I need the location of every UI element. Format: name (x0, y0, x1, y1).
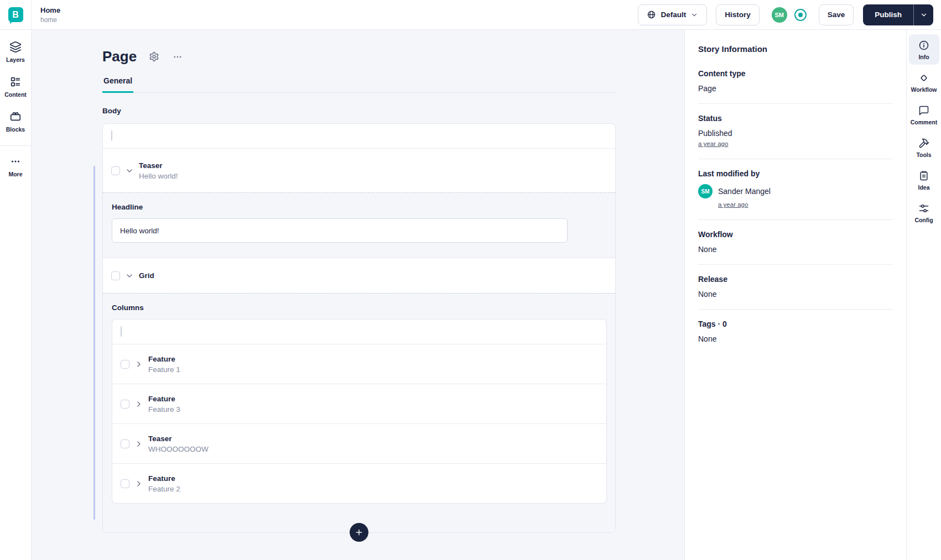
sidebar-item-content[interactable]: Content (4, 76, 27, 98)
status-label: Status (698, 114, 893, 123)
story-information-panel: Story Information Content type Page Stat… (684, 30, 906, 560)
row-checkbox[interactable] (111, 166, 120, 175)
modifier-avatar[interactable]: SM (698, 184, 713, 198)
panel-tab-tools[interactable]: Tools (909, 132, 939, 163)
chevron-right-icon (134, 400, 143, 409)
collapse-toggle[interactable] (125, 271, 134, 280)
editor-content: Page General Body (102, 30, 616, 533)
block-row-text: Feature Feature 3 (148, 387, 180, 421)
history-label: History (725, 11, 751, 19)
grid-expanded-section: Columns Feature Feature (103, 293, 615, 532)
block-row-text: Feature Feature 2 (148, 467, 180, 501)
sidebar-label-content: Content (4, 91, 27, 98)
logo-column: B (0, 0, 32, 29)
workflow-label: Workflow (698, 230, 893, 239)
logo-letter: B (12, 10, 19, 20)
language-selector[interactable]: Default (638, 4, 707, 25)
topbar: B Home home Default History SM (0, 0, 941, 30)
select-all-checkbox[interactable] (111, 130, 112, 141)
block-row-grid[interactable]: Grid (103, 258, 615, 293)
divider (698, 264, 893, 265)
collapse-toggle[interactable] (125, 166, 134, 175)
ellipsis-icon (173, 52, 183, 62)
row-checkbox[interactable] (121, 479, 129, 488)
block-row-feature-2[interactable]: Feature Feature 2 (112, 463, 606, 503)
block-subtitle: Hello world! (139, 172, 178, 180)
avatar-initials: SM (774, 12, 784, 18)
tools-icon (918, 138, 929, 149)
sidebar-divider (0, 145, 32, 146)
modifier-avatar-initials: SM (701, 189, 710, 195)
headline-input[interactable] (112, 218, 568, 243)
content-icon (9, 76, 22, 88)
language-label: Default (661, 11, 686, 19)
save-label: Save (828, 11, 845, 19)
chevron-right-icon (134, 360, 143, 369)
row-checkbox[interactable] (111, 271, 120, 280)
expand-toggle[interactable] (134, 400, 143, 409)
expand-toggle[interactable] (134, 479, 143, 488)
story-title: Home (40, 6, 60, 14)
card-header-row (112, 320, 606, 344)
user-avatar[interactable]: SM (772, 7, 787, 23)
divider (698, 159, 893, 159)
blocks-icon (9, 111, 22, 123)
layers-icon (9, 41, 22, 53)
block-row-teaser[interactable]: Teaser Hello world! (103, 148, 615, 192)
sidebar-label-more: More (8, 171, 22, 177)
row-checkbox[interactable] (121, 360, 129, 369)
row-checkbox[interactable] (121, 400, 129, 409)
sidebar-item-more[interactable]: More (8, 155, 22, 177)
block-title: Feature (148, 395, 180, 403)
divider (698, 309, 893, 310)
expand-toggle[interactable] (134, 439, 143, 448)
history-button[interactable]: History (716, 4, 760, 25)
panel-tab-label-tools: Tools (916, 151, 931, 158)
block-title: Grid (139, 271, 154, 280)
block-row-feature-1[interactable]: Feature Feature 1 (112, 344, 606, 384)
release-label: Release (698, 275, 893, 284)
content-type-label: Content type (698, 69, 893, 78)
comment-icon (918, 105, 929, 116)
sidebar-item-layers[interactable]: Layers (6, 41, 25, 63)
select-all-checkbox[interactable] (121, 326, 122, 337)
block-row-text: Teaser Hello world! (139, 154, 178, 188)
modified-time-link[interactable]: a year ago (718, 201, 748, 208)
info-icon (918, 40, 929, 51)
sidebar-label-blocks: Blocks (6, 126, 25, 133)
status-time-link[interactable]: a year ago (698, 140, 728, 147)
chevron-down-icon (125, 271, 134, 280)
publish-button[interactable]: Publish (863, 4, 913, 25)
target-icon[interactable] (794, 9, 807, 21)
save-button[interactable]: Save (819, 4, 854, 25)
block-subtitle: Feature 3 (148, 405, 180, 414)
tags-value: None (698, 334, 893, 343)
right-sidebar: Info Workflow Comment Tools (906, 30, 941, 560)
panel-tab-label-idea: Idea (918, 184, 929, 191)
panel-tab-comment[interactable]: Comment (909, 100, 939, 130)
add-block-button[interactable] (350, 523, 368, 542)
panel-tab-workflow[interactable]: Workflow (909, 67, 939, 97)
sidebar-item-blocks[interactable]: Blocks (6, 111, 25, 133)
storyblok-logo[interactable]: B (8, 7, 23, 22)
panel-tab-config[interactable]: Config (909, 197, 939, 228)
page-title-row: Page (102, 48, 616, 65)
expanded-block-indicator (93, 166, 95, 520)
plus-icon (355, 528, 363, 537)
tags-label: Tags · 0 (698, 320, 893, 328)
block-row-feature-3[interactable]: Feature Feature 3 (112, 384, 606, 423)
settings-button[interactable] (148, 50, 160, 63)
block-row-teaser-whoow[interactable]: Teaser WHOOOOOOOW (112, 423, 606, 463)
chevron-down-icon (920, 11, 928, 19)
panel-tab-info[interactable]: Info (909, 34, 939, 65)
panel-tab-label-comment: Comment (911, 119, 937, 125)
panel-tab-idea[interactable]: Idea (909, 165, 939, 195)
editor-tabs: General (102, 76, 616, 93)
expand-toggle[interactable] (134, 360, 143, 369)
publish-dropdown-button[interactable] (913, 4, 933, 25)
chevron-right-icon (134, 439, 143, 448)
tab-general[interactable]: General (102, 76, 133, 93)
row-checkbox[interactable] (121, 439, 129, 448)
more-options-button[interactable] (171, 51, 184, 63)
chevron-down-icon (125, 166, 134, 175)
